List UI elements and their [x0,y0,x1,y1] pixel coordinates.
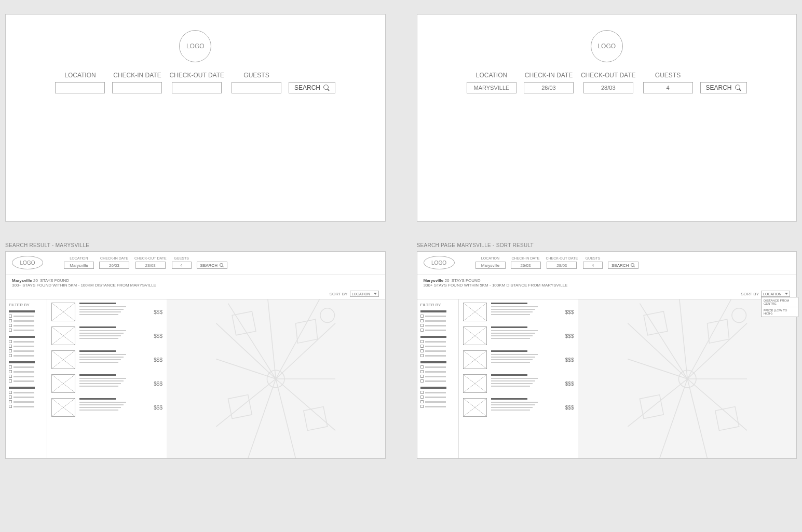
checkbox-icon[interactable] [420,329,424,332]
filter-option[interactable] [420,319,455,322]
filter-option[interactable] [9,365,44,369]
filter-option[interactable] [9,391,44,394]
checkbox-icon[interactable] [420,400,424,403]
checkbox-icon[interactable] [420,315,424,318]
checkbox-icon[interactable] [420,375,424,378]
filter-option[interactable] [420,354,455,357]
sort-select[interactable]: LOCATION DISTANCE FROM CENTRE PRICE (LOW… [761,291,790,297]
filter-option[interactable] [420,345,455,348]
filter-option[interactable] [9,324,44,327]
filter-option[interactable] [9,329,44,332]
filter-option[interactable] [9,395,44,399]
checkbox-icon[interactable] [9,340,12,343]
checkin-input[interactable] [112,82,162,93]
filter-option[interactable] [9,349,44,352]
filter-option[interactable] [9,315,44,318]
checkbox-icon[interactable] [420,349,424,352]
checkbox-icon[interactable] [420,340,424,343]
checkbox-icon[interactable] [420,370,424,373]
filter-option[interactable] [9,375,44,378]
result-card[interactable]: $$$ [51,303,162,321]
filter-option[interactable] [420,400,455,403]
checkbox-icon[interactable] [9,370,12,373]
checkout-input[interactable] [135,262,166,269]
checkin-input[interactable] [99,262,129,269]
checkbox-icon[interactable] [9,354,12,357]
checkbox-icon[interactable] [420,395,424,399]
search-button[interactable]: SEARCH [700,82,747,93]
filter-option[interactable] [9,345,44,348]
checkbox-icon[interactable] [9,345,12,348]
filter-option[interactable] [420,375,455,378]
location-input[interactable] [55,82,105,93]
checkbox-icon[interactable] [9,405,12,408]
result-card[interactable]: $$$ [463,350,574,369]
map-placeholder[interactable] [167,299,385,458]
filter-option[interactable] [420,391,455,394]
map-placeholder[interactable] [578,299,797,458]
checkin-input[interactable] [524,82,574,93]
checkbox-icon[interactable] [9,329,12,332]
checkbox-icon[interactable] [420,365,424,369]
sort-option[interactable]: DISTANCE FROM CENTRE [762,297,798,307]
guests-input[interactable] [643,82,693,93]
result-card[interactable]: $$$ [51,326,162,345]
checkbox-icon[interactable] [420,405,424,408]
search-button[interactable]: SEARCH [289,82,335,93]
filter-option[interactable] [9,379,44,383]
checkbox-icon[interactable] [9,395,12,399]
sort-option[interactable]: PRICE (LOW TO HIGH) [762,307,798,317]
filter-option[interactable] [420,329,455,332]
filter-option[interactable] [420,370,455,373]
checkout-input[interactable] [583,82,633,93]
checkbox-icon[interactable] [9,379,12,383]
result-card[interactable]: $$$ [463,326,574,345]
location-input[interactable] [64,262,94,269]
result-card[interactable]: $$$ [463,398,574,417]
location-input[interactable] [475,262,506,269]
result-card[interactable]: $$$ [463,374,574,393]
checkbox-icon[interactable] [9,375,12,378]
checkbox-icon[interactable] [9,349,12,352]
guests-input[interactable] [232,82,281,93]
checkbox-icon[interactable] [9,365,12,369]
filter-option[interactable] [420,405,455,408]
filter-option[interactable] [9,370,44,373]
filter-option[interactable] [420,315,455,318]
filter-option[interactable] [9,400,44,403]
filter-option[interactable] [9,319,44,322]
checkbox-icon[interactable] [9,319,12,322]
checkbox-icon[interactable] [420,391,424,394]
guests-input[interactable] [583,262,603,269]
search-button[interactable]: SEARCH [197,262,227,269]
filter-option[interactable] [9,354,44,357]
checkbox-icon[interactable] [420,345,424,348]
checkout-input[interactable] [547,262,577,269]
checkbox-icon[interactable] [9,315,12,318]
result-card[interactable]: $$$ [51,350,162,369]
checkout-input[interactable] [172,82,222,93]
checkbox-icon[interactable] [420,324,424,327]
checkbox-icon[interactable] [9,391,12,394]
filter-option[interactable] [420,365,455,369]
filter-option[interactable] [420,379,455,383]
filter-option[interactable] [420,349,455,352]
checkbox-icon[interactable] [420,379,424,383]
checkbox-icon[interactable] [9,324,12,327]
checkin-input[interactable] [511,262,541,269]
filter-option[interactable] [420,324,455,327]
search-button[interactable]: SEARCH [608,262,638,269]
filter-option[interactable] [420,395,455,399]
filter-option[interactable] [420,340,455,343]
checkbox-icon[interactable] [420,354,424,357]
checkbox-icon[interactable] [420,319,424,322]
filter-option[interactable] [9,405,44,408]
result-card[interactable]: $$$ [51,374,162,393]
location-input[interactable] [467,82,516,93]
result-card[interactable]: $$$ [463,303,574,321]
filter-option[interactable] [9,340,44,343]
result-card[interactable]: $$$ [51,398,162,417]
guests-input[interactable] [172,262,192,269]
sort-select[interactable]: LOCATION [350,291,379,297]
checkbox-icon[interactable] [9,400,12,403]
